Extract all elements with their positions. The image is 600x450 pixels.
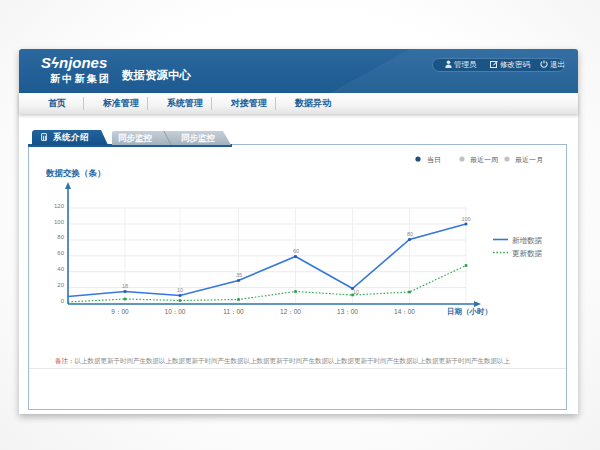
svg-text:更新数据: 更新数据 (512, 249, 543, 258)
svg-text:最近一周: 最近一周 (470, 156, 498, 163)
svg-text:60: 60 (57, 250, 64, 256)
svg-text:100: 100 (54, 219, 65, 225)
svg-text:13：00: 13：00 (337, 308, 358, 315)
svg-text:0: 0 (61, 298, 65, 304)
svg-text:35: 35 (236, 272, 242, 278)
svg-text:10：00: 10：00 (165, 308, 186, 315)
svg-text:18: 18 (122, 283, 128, 289)
svg-text:数据交换（条）: 数据交换（条） (45, 168, 106, 178)
svg-text:60: 60 (293, 248, 299, 254)
svg-text:100: 100 (461, 216, 470, 222)
svg-text:14：00: 14：00 (394, 308, 415, 315)
svg-text:当日: 当日 (427, 156, 441, 164)
svg-text:12：00: 12：00 (280, 308, 301, 315)
svg-text:20: 20 (57, 282, 64, 288)
svg-text:40: 40 (57, 266, 64, 272)
svg-text:80: 80 (57, 234, 64, 240)
svg-text:11：00: 11：00 (223, 308, 244, 315)
svg-text:10: 10 (177, 287, 183, 293)
svg-text:新增数据: 新增数据 (512, 236, 543, 245)
svg-text:最近一月: 最近一月 (515, 156, 543, 164)
svg-text:120: 120 (54, 203, 65, 209)
svg-text:日期（小时）: 日期（小时） (447, 307, 492, 316)
svg-text:备注：以上数据更新于时间产生数据以上数据更新于时间产生数据以: 备注：以上数据更新于时间产生数据以上数据更新于时间产生数据以上数据更新于时间产生… (55, 357, 511, 365)
svg-text:9：00: 9：00 (111, 308, 129, 315)
svg-text:80: 80 (407, 231, 413, 237)
svg-text:10: 10 (353, 289, 359, 295)
